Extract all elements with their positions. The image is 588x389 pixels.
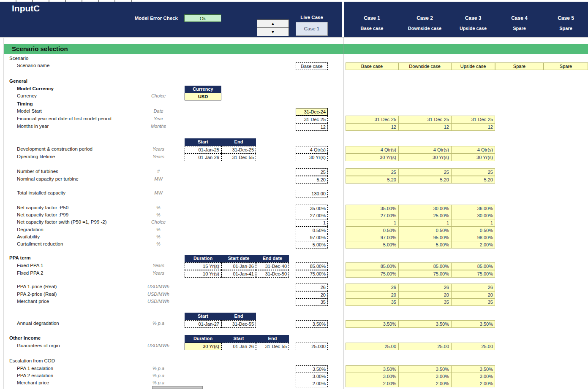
ncf-p50-case3[interactable]: 36.00% [451,205,495,212]
row-model-start: Model Start Date 31-Dec-24 [0,108,588,116]
num-turbines-live-cell: 25 [296,168,328,176]
merchant-price-case2[interactable]: 35 [398,298,451,306]
degradation-case2[interactable]: 0.50% [398,227,451,234]
ppa2-price-case3[interactable]: 20 [451,291,495,299]
fixed-ppa2-case3[interactable]: 75.00% [451,270,495,278]
annual-degradation-case3[interactable]: 3.50% [451,320,495,328]
num-turbines-unit: # [137,169,180,174]
degradation-case1[interactable]: 0.50% [346,227,398,234]
ppa1-escalation-case3[interactable]: 3.50% [451,365,495,373]
capacity-per-turbine-case2[interactable]: 5.20 [398,176,451,184]
months-case3[interactable]: 12 [451,123,495,131]
num-turbines-case1[interactable]: 25 [346,168,398,176]
merchant-escalation-case2[interactable]: 2.00% [398,380,451,387]
merchant-price-live-cell: 35 [296,298,328,306]
scenario-name-case3[interactable]: Upside case [451,62,495,70]
ncf-switch-case2[interactable]: 1 [398,219,451,227]
months-case1[interactable]: 12 [346,123,398,131]
row-merchant-escalation: Merchant price % p.a 2.00% 2.00% 2.00% 2… [0,380,588,387]
availability-case2[interactable]: 95.00% [398,234,451,241]
curtailment-case1[interactable]: 5.00% [346,241,398,249]
ncf-p50-case2[interactable]: 30.00% [398,205,451,212]
row-num-turbines: Number of turbines # 25 25 25 25 [0,168,588,176]
scenario-name-case5[interactable]: Spare [544,62,588,70]
dev-period-live-cell: 4 Qtr(s) [296,146,328,154]
annual-degradation-case1[interactable]: 3.50% [346,320,398,328]
dev-period-case3[interactable]: 4 Qtr(s) [451,146,495,154]
fy-end-case1[interactable]: 31-Dec-25 [346,116,398,123]
fixed-ppa1-case1[interactable]: 85.00% [346,262,398,270]
ncf-p99-case1[interactable]: 27.00% [346,212,398,219]
model-start-unit: Date [137,108,180,113]
merchant-price-case3[interactable]: 35 [451,298,495,306]
ppa1-price-case2[interactable]: 26 [398,284,451,291]
ncf-switch-case3[interactable]: 1 [451,219,495,227]
merchant-price-case1[interactable]: 35 [346,298,398,306]
dev-period-case1[interactable]: 4 Qtr(s) [346,146,398,154]
row-annual-degradation: Annual degradation % p.a 01-Jan-27 31-De… [0,320,588,328]
fy-end-live-cell: 31-Dec-25 [296,116,328,123]
guarantees-case1[interactable]: 25.00 [346,343,398,350]
fixed-ppa2-case1[interactable]: 75.00% [346,270,398,278]
ppa1-escalation-case2[interactable]: 3.50% [398,365,451,373]
ncf-p99-case3[interactable]: 30.00% [451,212,495,219]
months-live-cell: 12 [296,123,328,131]
op-lifetime-case2[interactable]: 30 Yr(s) [398,154,451,161]
ppa1-price-case3[interactable]: 26 [451,284,495,291]
num-turbines-case2[interactable]: 25 [398,168,451,176]
op-lifetime-case3[interactable]: 30 Yr(s) [451,154,495,161]
ppa2-escalation-case1[interactable]: 3.00% [346,373,398,380]
capacity-per-turbine-case3[interactable]: 5.20 [451,176,495,184]
degradation-case3[interactable]: 0.50% [451,227,495,234]
annual-degradation-case2[interactable]: 3.50% [398,320,451,328]
header-divider [0,37,588,38]
currency-input-cell[interactable]: USD [185,93,221,100]
ppa2-price-case2[interactable]: 20 [398,291,451,299]
fixed-ppa2-case2[interactable]: 75.00% [398,270,451,278]
fy-end-case3[interactable]: 31-Dec-25 [451,116,495,123]
op-lifetime-case1[interactable]: 30 Yr(s) [346,154,398,161]
case-spinner-up-button[interactable]: ▲ [257,19,289,28]
live-case-value[interactable]: Case 1 [296,22,328,36]
model-start-input-cell[interactable]: 31-Dec-24 [296,108,328,116]
merchant-escalation-case1[interactable]: 2.00% [346,380,398,387]
fixed-ppa1-case3[interactable]: 85.00% [451,262,495,270]
row-curtailment: Curtailment reduction % 5.00% 5.00% 5.00… [0,241,588,249]
guarantees-case3[interactable]: 25.00 [451,343,495,350]
ppa2-price-case1[interactable]: 20 [346,291,398,299]
model-error-check-label: Model Error Check [93,16,178,21]
row-merchant-price: Merchant price USD/MWh 35 35 35 35 [0,298,588,306]
num-turbines-case3[interactable]: 25 [451,168,495,176]
availability-case1[interactable]: 97.00% [346,234,398,241]
ppa1-price-case1[interactable]: 26 [346,284,398,291]
guarantees-duration-input-cell[interactable]: 30 Yr(s) [185,343,221,350]
scenario-name-case1[interactable]: Base case [346,62,398,70]
ncf-p50-case1[interactable]: 35.00% [346,205,398,212]
ncf-switch-unit: Choice [137,219,180,224]
merchant-escalation-case3[interactable]: 2.00% [451,380,495,387]
case-spinner-down-button[interactable]: ▼ [257,28,289,36]
total-capacity-live-cell: 130.00 [296,190,328,197]
ppa1-escalation-case1[interactable]: 3.50% [346,365,398,373]
months-case2[interactable]: 12 [398,123,451,131]
ppa2-escalation-case3[interactable]: 3.00% [451,373,495,380]
ppa2-escalation-case2[interactable]: 3.00% [398,373,451,380]
curtailment-case2[interactable]: 5.00% [398,241,451,249]
fixed-ppa1-label: Fixed PPA 1 [17,263,43,268]
ncf-p99-case2[interactable]: 25.00% [398,212,451,219]
ncf-switch-case1[interactable]: 1 [346,219,398,227]
guarantees-case2[interactable]: 25.00 [398,343,451,350]
curtailment-case3[interactable]: 2.00% [451,241,495,249]
row-general-section: General [0,78,588,86]
scenario-name-case2[interactable]: Downside case [398,62,451,70]
row-ncf-p99: Net capacity factor :P99 % 27.00% 27.00%… [0,212,588,219]
availability-case3[interactable]: 98.00% [451,234,495,241]
fixed-ppa1-case2[interactable]: 85.00% [398,262,451,270]
fy-end-case2[interactable]: 31-Dec-25 [398,116,451,123]
op-lifetime-end-cell: 31-Dec-55 [221,154,256,161]
capacity-per-turbine-case1[interactable]: 5.20 [346,176,398,184]
scenario-name-case4[interactable]: Spare [495,62,544,70]
timing-section-label: Timing [17,101,33,106]
dev-period-case2[interactable]: 4 Qtr(s) [398,146,451,154]
annual-degradation-end-cell: 31-Dec-55 [221,320,256,328]
